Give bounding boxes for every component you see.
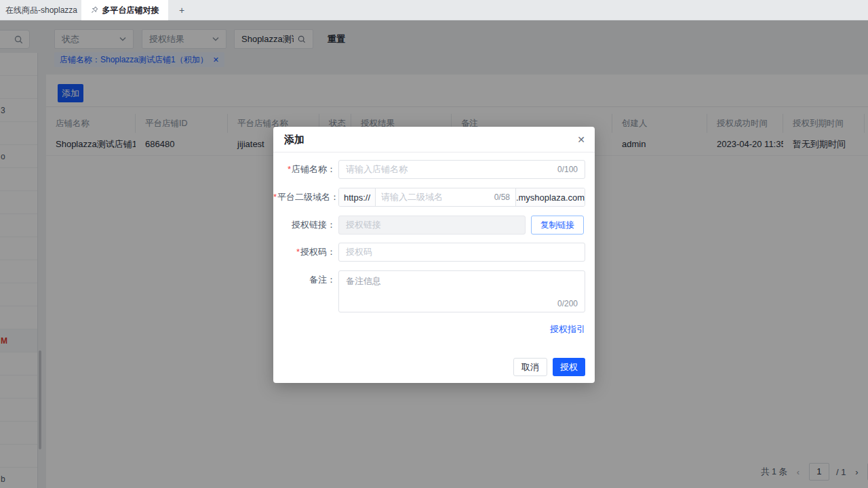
remark-placeholder: 备注信息 — [346, 275, 381, 287]
add-shop-modal: 添加 ✕ *店铺名称： 请输入店铺名称 0/100 *平台二级域名： https… — [273, 127, 595, 383]
auth-link-label: 授权链接： — [273, 216, 336, 235]
modal-title: 添加 — [284, 127, 304, 152]
new-tab-button[interactable]: + — [172, 0, 191, 20]
pin-icon — [91, 4, 98, 16]
domain-label: *平台二级域名： — [273, 188, 336, 207]
auth-code-label: *授权码： — [273, 243, 336, 262]
domain-protocol-prefix: https:// — [339, 188, 376, 206]
auth-guide-link[interactable]: 授权指引 — [550, 323, 585, 336]
screen: 在线商品-shoplazza 多平台店铺对接 + 3oMb 状态 授权结果 — [0, 0, 868, 488]
field-auth-link: 授权链接： 授权链接 复制链接 — [273, 216, 595, 235]
domain-suffix: .myshoplaza.com — [515, 188, 585, 206]
modal-header: 添加 ✕ — [273, 127, 595, 152]
tab-multi-platform[interactable]: 多平台店铺对接 — [81, 0, 168, 20]
domain-input[interactable]: 请输入二级域名 0/58 — [376, 188, 515, 206]
auth-link-input: 授权链接 — [338, 216, 526, 235]
auth-link-placeholder: 授权链接 — [346, 219, 518, 231]
field-shop-name: *店铺名称： 请输入店铺名称 0/100 — [273, 160, 595, 179]
shop-name-label: *店铺名称： — [273, 160, 336, 179]
shop-name-counter: 0/100 — [557, 165, 578, 174]
field-domain: *平台二级域名： https:// 请输入二级域名 0/58 .myshopla… — [273, 188, 595, 207]
modal-footer: 取消 授权 — [513, 358, 585, 376]
tab-bar: 在线商品-shoplazza 多平台店铺对接 + — [0, 0, 868, 20]
auth-code-placeholder: 授权码 — [346, 246, 578, 258]
shop-name-input[interactable]: 请输入店铺名称 0/100 — [338, 160, 585, 179]
field-auth-code: *授权码： 授权码 — [273, 243, 595, 262]
required-asterisk: * — [296, 247, 300, 257]
shop-name-placeholder: 请输入店铺名称 — [346, 163, 552, 176]
copy-link-button[interactable]: 复制链接 — [531, 216, 584, 235]
remark-label: 备注： — [273, 270, 336, 289]
close-icon[interactable]: ✕ — [577, 127, 585, 152]
domain-input-group: https:// 请输入二级域名 0/58 .myshoplaza.com — [338, 188, 585, 207]
tab-online-products[interactable]: 在线商品-shoplazza — [1, 0, 81, 20]
remark-textarea[interactable]: 备注信息 0/200 — [338, 270, 585, 312]
required-asterisk: * — [288, 164, 291, 174]
required-asterisk: * — [273, 192, 277, 202]
field-remark: 备注： 备注信息 0/200 — [273, 270, 595, 312]
auth-code-input[interactable]: 授权码 — [338, 243, 585, 262]
cancel-button[interactable]: 取消 — [513, 358, 547, 376]
domain-counter: 0/58 — [494, 192, 510, 202]
authorize-button[interactable]: 授权 — [553, 358, 585, 376]
remark-counter: 0/200 — [557, 299, 578, 308]
tab-label: 多平台店铺对接 — [102, 5, 159, 16]
domain-placeholder: 请输入二级域名 — [381, 191, 494, 203]
